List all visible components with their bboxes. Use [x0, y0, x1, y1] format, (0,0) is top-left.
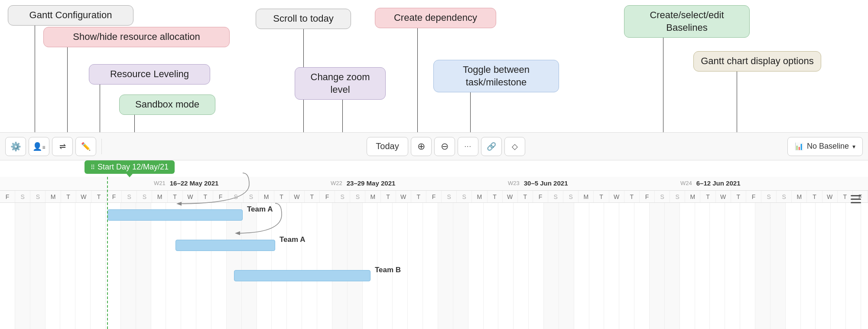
- baseline-button[interactable]: 📊 No Baseline ▾: [787, 137, 863, 156]
- grid-col-48: [725, 203, 740, 329]
- grid-col-52: [786, 203, 801, 329]
- day-cell-51: S: [777, 191, 792, 202]
- grid-col-47: [710, 203, 725, 329]
- day-cell-38: M: [579, 191, 594, 202]
- day-cell-8: S: [122, 191, 137, 202]
- grid-col-38: [574, 203, 589, 329]
- week-label-w24: W24 6–12 Jun 2021: [680, 179, 740, 187]
- sandbox-icon: ✏️: [81, 142, 91, 151]
- columns-icon[interactable]: [851, 195, 861, 203]
- grid-col-55: [831, 203, 846, 329]
- grid-col-11: [166, 203, 181, 329]
- week-range-w21: 16–22 May 2021: [170, 179, 219, 187]
- today-button[interactable]: Today: [367, 137, 408, 156]
- grid-col-15: [227, 203, 242, 329]
- sandbox-button[interactable]: ✏️: [75, 137, 96, 156]
- connector-display-options: [737, 72, 737, 134]
- connector-dependency: [417, 25, 418, 134]
- grid-col-51: [770, 203, 786, 329]
- day-cell-7: F: [107, 191, 122, 202]
- day-cell-18: T: [274, 191, 289, 202]
- link-button[interactable]: 🔗: [481, 137, 502, 156]
- diamond-button[interactable]: ◇: [504, 137, 525, 156]
- day-cell-29: S: [442, 191, 457, 202]
- week-num-w22: W22: [331, 180, 342, 186]
- week-header-row: W21 16–22 May 2021 W22 23–29 May 2021 W2…: [0, 177, 868, 191]
- grid-col-39: [589, 203, 605, 329]
- day-cell-25: T: [381, 191, 396, 202]
- bubble-scroll-today: Scroll to today: [256, 9, 351, 29]
- bubble-sandbox-mode: Sandbox mode: [119, 94, 215, 115]
- day-cell-43: S: [655, 191, 670, 202]
- grid-col-2: [30, 203, 46, 329]
- day-cell-35: F: [533, 191, 548, 202]
- week-range-w22: 23–29 May 2021: [347, 179, 396, 187]
- settings-button[interactable]: ⚙️: [5, 137, 26, 156]
- day-cell-23: S: [350, 191, 365, 202]
- grid-col-8: [121, 203, 136, 329]
- bubble-create-baselines: Create/select/edit Baselines: [624, 5, 750, 38]
- zoom-in-button[interactable]: ⊕: [411, 137, 432, 156]
- grid-col-32: [484, 203, 499, 329]
- gantt-area: ⠿ Start Day 12/May/21 W21 16–22 May 2021…: [0, 160, 868, 329]
- day-cell-19: W: [289, 191, 305, 202]
- grid-col-21: [317, 203, 332, 329]
- bubble-change-zoom: Change zoom level: [295, 67, 386, 100]
- grid-col-53: [801, 203, 816, 329]
- zoom-out-button[interactable]: ⊖: [434, 137, 455, 156]
- week-num-w21: W21: [154, 180, 166, 186]
- resource-leveling-button[interactable]: ⇌: [52, 137, 73, 156]
- grid-col-33: [498, 203, 514, 329]
- day-cell-36: S: [548, 191, 563, 202]
- day-cell-33: W: [503, 191, 518, 202]
- grid-col-4: [60, 203, 75, 329]
- gantt-bar-label-team-b: Team B: [375, 266, 401, 274]
- level-icon: ⇌: [59, 142, 66, 151]
- week-label-w21: W21 16–22 May 2021: [154, 179, 218, 187]
- day-cell-45: M: [685, 191, 700, 202]
- gantt-bar-label-team-a-2: Team A: [280, 235, 306, 244]
- bubble-gantt-config: Gantt Configuration: [8, 5, 133, 26]
- day-cell-48: T: [731, 191, 746, 202]
- grid-col-12: [181, 203, 196, 329]
- grid-col-42: [634, 203, 650, 329]
- more-options-button[interactable]: ···: [458, 137, 478, 156]
- grid-col-0: [0, 203, 15, 329]
- grid-col-41: [619, 203, 634, 329]
- grid-col-40: [604, 203, 619, 329]
- connector-toggle: [470, 91, 471, 134]
- day-cell-14: F: [213, 191, 228, 202]
- gantt-bar-team-a-2[interactable]: [176, 240, 275, 251]
- grid-col-7: [106, 203, 121, 329]
- day-cell-37: S: [563, 191, 579, 202]
- day-cell-11: T: [168, 191, 183, 202]
- grid-col-19: [287, 203, 302, 329]
- grid-col-3: [46, 203, 61, 329]
- day-cell-30: S: [457, 191, 472, 202]
- grid-col-1: [15, 203, 30, 329]
- bubble-show-hide-resource: Show/hide resource allocation: [43, 27, 230, 47]
- day-cell-24: M: [365, 191, 380, 202]
- resource-icon: 👤≡: [33, 142, 45, 151]
- day-cell-22: S: [335, 191, 350, 202]
- grid-col-30: [453, 203, 468, 329]
- day-cell-15: S: [228, 191, 244, 202]
- gantt-bar-team-b[interactable]: [234, 270, 371, 281]
- grid-col-43: [650, 203, 665, 329]
- resource-allocation-button[interactable]: 👤≡: [29, 137, 49, 156]
- gantt-bar-team-a-1[interactable]: [107, 209, 243, 221]
- chevron-down-icon: ▾: [852, 143, 855, 150]
- grid-col-45: [680, 203, 695, 329]
- week-num-w24: W24: [680, 180, 692, 186]
- day-cell-21: F: [320, 191, 335, 202]
- day-cell-17: M: [259, 191, 274, 202]
- day-cell-20: T: [305, 191, 320, 202]
- grid-col-23: [348, 203, 363, 329]
- day-cell-5: W: [76, 191, 91, 202]
- day-cell-53: T: [807, 191, 822, 202]
- gantt-bar-label-team-a-1: Team A: [247, 205, 273, 214]
- week-label-w23: W23 30–5 Jun 2021: [508, 179, 568, 187]
- grid-col-34: [514, 203, 529, 329]
- grid-col-31: [468, 203, 484, 329]
- diamond-icon: ◇: [512, 142, 518, 151]
